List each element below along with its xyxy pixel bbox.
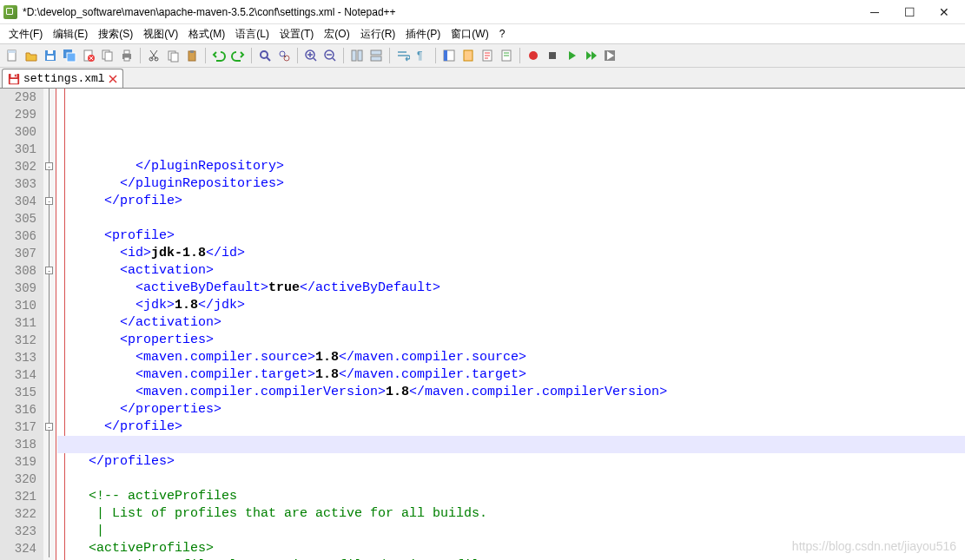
close-file-icon[interactable] (80, 47, 97, 64)
code-line[interactable]: </profile> (57, 193, 965, 210)
menu-文件(F)[interactable]: 文件(F) (3, 25, 48, 43)
code-line[interactable]: </profiles> (57, 453, 965, 471)
menu-?[interactable]: ? (494, 26, 511, 42)
menu-窗口(W)[interactable]: 窗口(W) (446, 25, 493, 43)
maximize-button[interactable]: ☐ (892, 0, 927, 24)
menu-搜索(S)[interactable]: 搜索(S) (93, 25, 138, 43)
save-icon (8, 73, 20, 85)
svg-rect-3 (48, 50, 53, 54)
indent-guide-icon[interactable] (440, 47, 458, 64)
code-line[interactable]: <properties> (57, 332, 965, 349)
close-all-icon[interactable] (99, 47, 116, 64)
menu-语言(L)[interactable]: 语言(L) (230, 25, 274, 43)
zoom-in-icon[interactable] (302, 47, 320, 64)
app-icon (3, 5, 17, 19)
menu-宏(O)[interactable]: 宏(O) (319, 25, 354, 43)
line-number: 313 (0, 349, 36, 366)
code-line[interactable]: </activation> (57, 314, 965, 332)
line-number: 298 (0, 89, 36, 106)
cut-icon[interactable] (145, 47, 162, 64)
fold-toggle-icon[interactable]: - (45, 423, 53, 431)
play-multi-icon[interactable] (582, 47, 599, 64)
separator (343, 48, 344, 63)
line-number: 306 (0, 227, 36, 245)
line-number: 305 (0, 210, 36, 227)
code-line[interactable]: <activation> (57, 262, 965, 280)
window-title: *D:\develop_software\maven\apache-maven-… (23, 6, 857, 18)
tab-close-icon[interactable] (109, 75, 117, 83)
menu-bar: 文件(F)编辑(E)搜索(S)视图(V)格式(M)语言(L)设置(T)宏(O)运… (0, 24, 965, 43)
menu-插件(P)[interactable]: 插件(P) (400, 25, 446, 43)
find-icon[interactable] (256, 47, 274, 64)
svg-rect-27 (371, 50, 381, 55)
open-file-icon[interactable] (23, 47, 40, 64)
print-icon[interactable] (118, 47, 135, 64)
undo-icon[interactable] (210, 47, 228, 64)
code-line[interactable]: <activeByDefault>true</activeByDefault> (57, 280, 965, 297)
line-number: 312 (0, 332, 36, 349)
code-line[interactable]: <profile> (57, 227, 965, 245)
save-macro-icon[interactable] (601, 47, 618, 64)
line-number: 316 (0, 401, 36, 418)
svg-rect-31 (444, 50, 447, 61)
function-list-icon[interactable] (479, 47, 496, 64)
menu-格式(M)[interactable]: 格式(M) (183, 25, 230, 43)
code-line[interactable] (57, 471, 965, 488)
save-icon[interactable] (42, 47, 59, 64)
menu-视图(V)[interactable]: 视图(V) (138, 25, 183, 43)
code-line[interactable]: </profile> (57, 418, 965, 436)
separator (251, 48, 252, 63)
code-line[interactable]: </pluginRepositories> (57, 175, 965, 193)
fold-toggle-icon[interactable]: - (45, 197, 53, 205)
code-line[interactable]: <maven.compiler.target>1.8</maven.compil… (57, 366, 965, 384)
copy-icon[interactable] (164, 47, 182, 64)
wordwrap-icon[interactable] (394, 47, 412, 64)
code-line[interactable]: | (57, 523, 965, 540)
paste-icon[interactable] (183, 47, 201, 64)
show-all-icon[interactable]: ¶ (413, 47, 431, 64)
separator (389, 48, 390, 63)
menu-编辑(E)[interactable]: 编辑(E) (48, 25, 93, 43)
code-line[interactable]: <maven.compiler.compilerVersion>1.8</mav… (57, 384, 965, 401)
record-macro-icon[interactable] (525, 47, 542, 64)
play-macro-icon[interactable] (563, 47, 580, 64)
separator (435, 48, 436, 63)
svg-text:¶: ¶ (417, 49, 422, 62)
menu-设置(T)[interactable]: 设置(T) (274, 25, 319, 43)
sync-v-icon[interactable] (348, 47, 366, 64)
new-file-icon[interactable] (3, 47, 21, 64)
separator (297, 48, 298, 63)
line-number: 321 (0, 488, 36, 505)
close-button[interactable]: ✕ (927, 0, 962, 24)
sync-h-icon[interactable] (367, 47, 385, 64)
code-line[interactable]: </properties> (57, 401, 965, 418)
watermark: https://blog.csdn.net/jiayou516 (792, 539, 956, 553)
folder-panel-icon[interactable] (498, 47, 515, 64)
margin-line (56, 89, 56, 560)
editor[interactable]: 2982993003013023033043053063073083093103… (0, 89, 965, 560)
minimize-button[interactable]: ─ (857, 0, 892, 24)
fold-toggle-icon[interactable]: - (45, 162, 53, 170)
code-line[interactable] (57, 436, 965, 453)
file-tab[interactable]: settings.xml (2, 69, 123, 88)
line-number: 303 (0, 175, 36, 193)
menu-运行(R)[interactable]: 运行(R) (355, 25, 401, 43)
svg-rect-6 (67, 53, 76, 62)
svg-rect-4 (47, 56, 54, 60)
doc-map-icon[interactable] (459, 47, 477, 64)
fold-toggle-icon[interactable]: - (45, 267, 53, 274)
code-line[interactable]: </pluginRepository> (57, 158, 965, 175)
redo-icon[interactable] (229, 47, 247, 64)
code-area[interactable]: </pluginRepository> </pluginRepositories… (56, 89, 965, 560)
code-line[interactable]: | List of profiles that are active for a… (57, 505, 965, 523)
code-line[interactable]: <!-- activeProfiles (57, 488, 965, 505)
stop-macro-icon[interactable] (544, 47, 561, 64)
line-number: 314 (0, 366, 36, 384)
code-line[interactable] (57, 210, 965, 227)
code-line[interactable]: <jdk>1.8</jdk> (57, 297, 965, 314)
replace-icon[interactable] (275, 47, 293, 64)
zoom-out-icon[interactable] (321, 47, 339, 64)
code-line[interactable]: <maven.compiler.source>1.8</maven.compil… (57, 349, 965, 366)
save-all-icon[interactable] (61, 47, 78, 64)
code-line[interactable]: <id>jdk-1.8</id> (57, 245, 965, 262)
